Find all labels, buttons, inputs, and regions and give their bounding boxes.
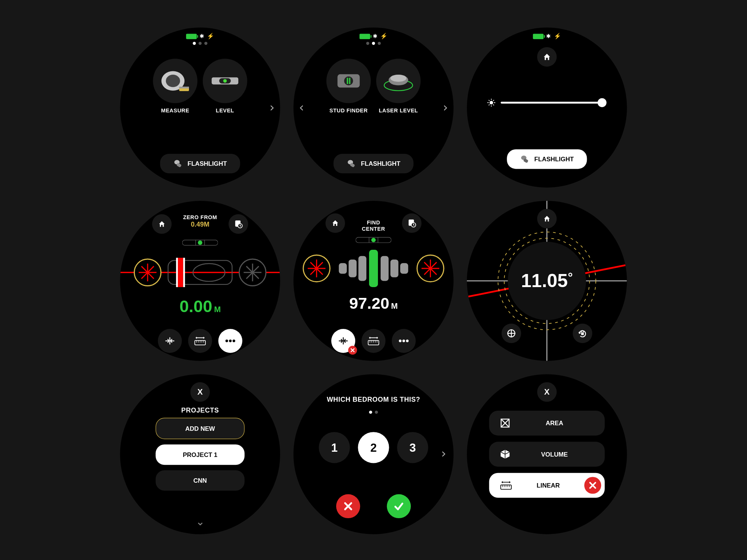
tape-button[interactable] <box>362 329 385 353</box>
zero-from-label: ZERO FROM <box>183 214 217 221</box>
svg-point-93 <box>406 340 409 342</box>
option-1[interactable]: 1 <box>319 432 350 463</box>
reset-button[interactable] <box>158 329 182 353</box>
volume-label: VOLUME <box>515 451 594 458</box>
home-icon <box>542 52 551 61</box>
more-icon <box>398 339 409 343</box>
flashlight-label: FLASHLIGHT <box>187 160 227 167</box>
brightness-slider[interactable] <box>487 99 603 106</box>
watch-screen-brightness: ✱ ⚡ FLASHLIGHT <box>467 28 627 188</box>
svg-rect-83 <box>400 263 408 274</box>
option-2-selected[interactable]: 2 <box>358 432 389 463</box>
more-button[interactable] <box>218 329 242 353</box>
crosshair-button[interactable] <box>502 324 521 343</box>
power-icon: ⚡ <box>207 33 214 40</box>
flashlight-icon <box>347 159 356 168</box>
svg-rect-81 <box>381 256 388 281</box>
tape-button[interactable] <box>188 329 212 353</box>
question-text: WHICH BEDROOM IS THIS? <box>327 396 420 403</box>
project-item-label: CNN <box>193 477 207 484</box>
close-button[interactable]: X <box>190 382 210 402</box>
option-1-label: 1 <box>331 441 338 454</box>
nav-next-icon[interactable]: › <box>441 100 449 115</box>
svg-point-1 <box>166 75 180 87</box>
more-button[interactable] <box>392 329 416 353</box>
status-bar: ✱ ⚡ <box>186 33 214 40</box>
area-mode-button[interactable]: AREA <box>489 411 605 436</box>
battery-icon <box>186 34 197 39</box>
svg-point-59 <box>229 340 232 342</box>
bluetooth-icon: ✱ <box>373 33 378 40</box>
watch-screen-mode-select: X AREA VOLUME LINEAR <box>467 374 627 534</box>
watch-screen-measure-reading: ZERO FROM 0.49M 0.00M <box>120 201 280 361</box>
nav-next-icon[interactable]: › <box>268 100 276 115</box>
option-3-label: 3 <box>409 441 416 454</box>
chevron-down-icon[interactable]: ⌄ <box>196 516 205 528</box>
more-icon <box>224 339 236 343</box>
add-project-button[interactable]: ADD NEW <box>156 418 245 439</box>
slider-thumb[interactable] <box>598 98 607 107</box>
home-icon <box>158 220 166 228</box>
pager <box>366 42 381 45</box>
close-x-label: X <box>544 388 549 397</box>
flashlight-button-active[interactable]: FLASHLIGHT <box>507 149 587 169</box>
tool-laser-level[interactable] <box>376 59 421 103</box>
home-icon <box>543 215 551 223</box>
tool-stud-finder[interactable] <box>326 59 371 103</box>
bluetooth-icon: ✱ <box>546 33 551 40</box>
tape-icon <box>367 336 379 346</box>
home-button[interactable] <box>537 209 557 228</box>
project-item-selected[interactable]: PROJECT 1 <box>156 444 245 465</box>
measure-reading-value: 0.00 <box>179 297 212 315</box>
bluetooth-icon: ✱ <box>199 33 204 40</box>
nav-next-icon[interactable]: › <box>440 446 447 461</box>
tool-level[interactable] <box>203 59 247 103</box>
svg-rect-82 <box>390 259 398 277</box>
close-x-icon <box>350 348 355 352</box>
history-button[interactable] <box>402 213 421 233</box>
measure-reading: 0.00M <box>179 297 221 316</box>
home-button[interactable] <box>152 214 171 234</box>
pager <box>369 411 378 414</box>
volume-mode-button[interactable]: VOLUME <box>489 442 605 467</box>
tool-laser-level-label: LASER LEVEL <box>376 108 421 114</box>
mini-level-indicator <box>182 238 218 247</box>
cancel-button[interactable] <box>336 494 360 518</box>
zero-from-value: 0.49M <box>183 220 217 228</box>
svg-line-24 <box>493 105 494 105</box>
option-3[interactable]: 3 <box>397 432 428 463</box>
measure-visual <box>120 252 280 292</box>
reset-button-active[interactable] <box>331 329 355 353</box>
collapse-arrows-icon <box>164 335 176 347</box>
add-project-label: ADD NEW <box>185 425 215 432</box>
watch-screen-question: WHICH BEDROOM IS THIS? › 1 2 3 <box>294 374 454 534</box>
svg-rect-12 <box>349 78 351 84</box>
home-button[interactable] <box>325 213 345 233</box>
history-button[interactable] <box>229 214 248 234</box>
power-icon: ⚡ <box>380 33 387 40</box>
lock-button[interactable] <box>573 324 592 343</box>
home-button[interactable] <box>537 47 557 66</box>
linear-mode-button-selected[interactable]: LINEAR <box>489 473 605 498</box>
svg-rect-79 <box>359 256 366 281</box>
angle-degree-symbol: ° <box>568 270 573 284</box>
measure-reading-unit: M <box>214 305 221 314</box>
page-title: FIND CENTER <box>362 220 385 232</box>
confirm-button[interactable] <box>387 494 411 518</box>
delete-mode-button[interactable] <box>584 477 601 494</box>
find-center-visual <box>294 246 454 291</box>
status-bar: ✱ ⚡ <box>360 33 388 40</box>
project-item[interactable]: CNN <box>156 470 245 491</box>
svg-point-10 <box>344 77 353 85</box>
tool-measure[interactable] <box>153 59 198 103</box>
svg-line-23 <box>489 100 489 101</box>
close-button[interactable]: X <box>537 382 557 402</box>
svg-rect-78 <box>348 259 356 277</box>
page-title: PROJECTS <box>181 406 219 414</box>
flashlight-button[interactable]: FLASHLIGHT <box>160 154 240 173</box>
nav-prev-icon[interactable]: ‹ <box>298 100 306 115</box>
svg-point-60 <box>233 340 235 342</box>
battery-icon <box>360 34 371 39</box>
flashlight-button[interactable]: FLASHLIGHT <box>334 154 413 173</box>
tool-stud-finder-label: STUD FINDER <box>326 108 371 114</box>
